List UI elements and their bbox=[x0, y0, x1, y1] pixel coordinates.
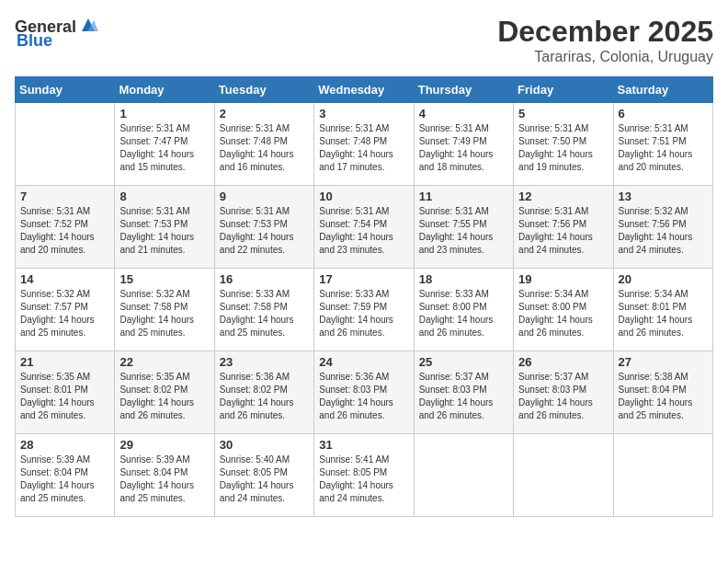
day-number: 13 bbox=[619, 190, 708, 203]
day-info: Sunrise: 5:36 AM Sunset: 8:02 PM Dayligh… bbox=[220, 371, 309, 422]
calendar-cell: 19Sunrise: 5:34 AM Sunset: 8:00 PM Dayli… bbox=[514, 269, 613, 351]
calendar-cell: 26Sunrise: 5:37 AM Sunset: 8:03 PM Dayli… bbox=[514, 351, 613, 434]
calendar-cell: 14Sunrise: 5:32 AM Sunset: 7:57 PM Dayli… bbox=[16, 269, 115, 351]
day-info: Sunrise: 5:31 AM Sunset: 7:47 PM Dayligh… bbox=[119, 122, 209, 174]
day-number: 27 bbox=[619, 355, 708, 369]
day-info: Sunrise: 5:37 AM Sunset: 8:03 PM Dayligh… bbox=[518, 371, 608, 422]
day-number: 14 bbox=[20, 272, 109, 286]
calendar-cell: 9Sunrise: 5:31 AM Sunset: 7:53 PM Daylig… bbox=[214, 186, 313, 269]
weekday-header-monday: Monday bbox=[115, 77, 214, 103]
day-number: 21 bbox=[20, 355, 109, 369]
day-info: Sunrise: 5:33 AM Sunset: 7:59 PM Dayligh… bbox=[319, 288, 408, 339]
day-info: Sunrise: 5:31 AM Sunset: 7:52 PM Dayligh… bbox=[20, 205, 109, 257]
calendar-week-row: 21Sunrise: 5:35 AM Sunset: 8:01 PM Dayli… bbox=[16, 351, 713, 434]
day-number: 9 bbox=[220, 190, 309, 203]
logo-blue-text: Blue bbox=[17, 31, 52, 51]
day-info: Sunrise: 5:32 AM Sunset: 7:56 PM Dayligh… bbox=[619, 205, 708, 257]
day-number: 11 bbox=[419, 190, 508, 203]
day-info: Sunrise: 5:36 AM Sunset: 8:03 PM Dayligh… bbox=[319, 371, 408, 422]
day-number: 3 bbox=[319, 107, 408, 121]
logo-icon bbox=[78, 15, 98, 35]
calendar-cell: 17Sunrise: 5:33 AM Sunset: 7:59 PM Dayli… bbox=[314, 269, 414, 351]
calendar-cell: 10Sunrise: 5:31 AM Sunset: 7:54 PM Dayli… bbox=[314, 186, 414, 269]
calendar-cell: 25Sunrise: 5:37 AM Sunset: 8:03 PM Dayli… bbox=[414, 351, 513, 434]
calendar-cell: 1Sunrise: 5:31 AM Sunset: 7:47 PM Daylig… bbox=[115, 103, 214, 186]
calendar-week-row: 1Sunrise: 5:31 AM Sunset: 7:47 PM Daylig… bbox=[16, 103, 713, 186]
day-info: Sunrise: 5:39 AM Sunset: 8:04 PM Dayligh… bbox=[119, 454, 209, 505]
day-number: 17 bbox=[319, 272, 408, 286]
weekday-header-row: SundayMondayTuesdayWednesdayThursdayFrid… bbox=[16, 77, 713, 103]
day-number: 6 bbox=[619, 107, 708, 121]
day-info: Sunrise: 5:31 AM Sunset: 7:54 PM Dayligh… bbox=[319, 205, 408, 257]
day-number: 2 bbox=[220, 107, 309, 121]
calendar-cell: 21Sunrise: 5:35 AM Sunset: 8:01 PM Dayli… bbox=[16, 351, 115, 434]
day-number: 29 bbox=[119, 438, 209, 452]
calendar-cell bbox=[613, 434, 712, 517]
day-number: 7 bbox=[20, 190, 109, 203]
day-number: 30 bbox=[220, 438, 309, 452]
day-info: Sunrise: 5:41 AM Sunset: 8:05 PM Dayligh… bbox=[319, 454, 408, 505]
calendar-cell: 16Sunrise: 5:33 AM Sunset: 7:58 PM Dayli… bbox=[214, 269, 313, 351]
day-info: Sunrise: 5:33 AM Sunset: 8:00 PM Dayligh… bbox=[419, 288, 508, 339]
day-number: 10 bbox=[319, 190, 408, 203]
day-number: 22 bbox=[119, 355, 209, 369]
weekday-header-thursday: Thursday bbox=[414, 77, 513, 103]
calendar-cell: 27Sunrise: 5:38 AM Sunset: 8:04 PM Dayli… bbox=[613, 351, 712, 434]
calendar-cell: 11Sunrise: 5:31 AM Sunset: 7:55 PM Dayli… bbox=[414, 186, 513, 269]
calendar-cell bbox=[514, 434, 613, 517]
day-number: 23 bbox=[220, 355, 309, 369]
day-number: 26 bbox=[518, 355, 608, 369]
weekday-header-friday: Friday bbox=[514, 77, 613, 103]
logo: General Blue bbox=[15, 15, 98, 51]
calendar-cell: 4Sunrise: 5:31 AM Sunset: 7:49 PM Daylig… bbox=[414, 103, 513, 186]
day-info: Sunrise: 5:31 AM Sunset: 7:55 PM Dayligh… bbox=[419, 205, 508, 257]
day-info: Sunrise: 5:38 AM Sunset: 8:04 PM Dayligh… bbox=[619, 371, 708, 422]
calendar-cell: 31Sunrise: 5:41 AM Sunset: 8:05 PM Dayli… bbox=[314, 434, 414, 517]
day-info: Sunrise: 5:32 AM Sunset: 7:58 PM Dayligh… bbox=[119, 288, 209, 339]
calendar-week-row: 14Sunrise: 5:32 AM Sunset: 7:57 PM Dayli… bbox=[16, 269, 713, 351]
day-info: Sunrise: 5:40 AM Sunset: 8:05 PM Dayligh… bbox=[220, 454, 309, 505]
day-info: Sunrise: 5:31 AM Sunset: 7:50 PM Dayligh… bbox=[518, 122, 608, 174]
day-number: 16 bbox=[220, 272, 309, 286]
calendar-cell: 6Sunrise: 5:31 AM Sunset: 7:51 PM Daylig… bbox=[613, 103, 712, 186]
calendar-cell: 29Sunrise: 5:39 AM Sunset: 8:04 PM Dayli… bbox=[115, 434, 214, 517]
day-info: Sunrise: 5:35 AM Sunset: 8:02 PM Dayligh… bbox=[119, 371, 209, 422]
calendar-cell: 5Sunrise: 5:31 AM Sunset: 7:50 PM Daylig… bbox=[514, 103, 613, 186]
day-info: Sunrise: 5:37 AM Sunset: 8:03 PM Dayligh… bbox=[419, 371, 508, 422]
calendar-week-row: 7Sunrise: 5:31 AM Sunset: 7:52 PM Daylig… bbox=[16, 186, 713, 269]
calendar-cell: 12Sunrise: 5:31 AM Sunset: 7:56 PM Dayli… bbox=[514, 186, 613, 269]
day-number: 1 bbox=[119, 107, 209, 121]
calendar-cell: 8Sunrise: 5:31 AM Sunset: 7:53 PM Daylig… bbox=[115, 186, 214, 269]
day-number: 5 bbox=[518, 107, 608, 121]
day-info: Sunrise: 5:31 AM Sunset: 7:49 PM Dayligh… bbox=[419, 122, 508, 174]
day-info: Sunrise: 5:31 AM Sunset: 7:56 PM Dayligh… bbox=[518, 205, 608, 257]
calendar-week-row: 28Sunrise: 5:39 AM Sunset: 8:04 PM Dayli… bbox=[16, 434, 713, 517]
location-subtitle: Tarariras, Colonia, Uruguay bbox=[497, 49, 713, 65]
day-info: Sunrise: 5:32 AM Sunset: 7:57 PM Dayligh… bbox=[20, 288, 109, 339]
day-number: 15 bbox=[119, 272, 209, 286]
day-number: 18 bbox=[419, 272, 508, 286]
day-info: Sunrise: 5:31 AM Sunset: 7:48 PM Dayligh… bbox=[319, 122, 408, 174]
calendar-cell: 28Sunrise: 5:39 AM Sunset: 8:04 PM Dayli… bbox=[16, 434, 115, 517]
calendar-cell: 2Sunrise: 5:31 AM Sunset: 7:48 PM Daylig… bbox=[214, 103, 313, 186]
day-number: 31 bbox=[319, 438, 408, 452]
calendar-cell: 18Sunrise: 5:33 AM Sunset: 8:00 PM Dayli… bbox=[414, 269, 513, 351]
day-number: 24 bbox=[319, 355, 408, 369]
day-number: 12 bbox=[518, 190, 608, 203]
day-info: Sunrise: 5:39 AM Sunset: 8:04 PM Dayligh… bbox=[20, 454, 109, 505]
day-info: Sunrise: 5:31 AM Sunset: 7:53 PM Dayligh… bbox=[220, 205, 309, 257]
calendar-cell bbox=[414, 434, 513, 517]
calendar-cell: 22Sunrise: 5:35 AM Sunset: 8:02 PM Dayli… bbox=[115, 351, 214, 434]
calendar-table: SundayMondayTuesdayWednesdayThursdayFrid… bbox=[15, 76, 713, 517]
day-number: 28 bbox=[20, 438, 109, 452]
day-number: 8 bbox=[119, 190, 209, 203]
weekday-header-wednesday: Wednesday bbox=[314, 77, 414, 103]
day-info: Sunrise: 5:34 AM Sunset: 8:01 PM Dayligh… bbox=[619, 288, 708, 339]
header: General Blue December 2025 Tarariras, Co… bbox=[15, 15, 713, 65]
calendar-cell bbox=[16, 103, 115, 186]
calendar-cell: 15Sunrise: 5:32 AM Sunset: 7:58 PM Dayli… bbox=[115, 269, 214, 351]
calendar-cell: 13Sunrise: 5:32 AM Sunset: 7:56 PM Dayli… bbox=[613, 186, 712, 269]
calendar-cell: 23Sunrise: 5:36 AM Sunset: 8:02 PM Dayli… bbox=[214, 351, 313, 434]
calendar-cell: 30Sunrise: 5:40 AM Sunset: 8:05 PM Dayli… bbox=[214, 434, 313, 517]
calendar-cell: 24Sunrise: 5:36 AM Sunset: 8:03 PM Dayli… bbox=[314, 351, 414, 434]
